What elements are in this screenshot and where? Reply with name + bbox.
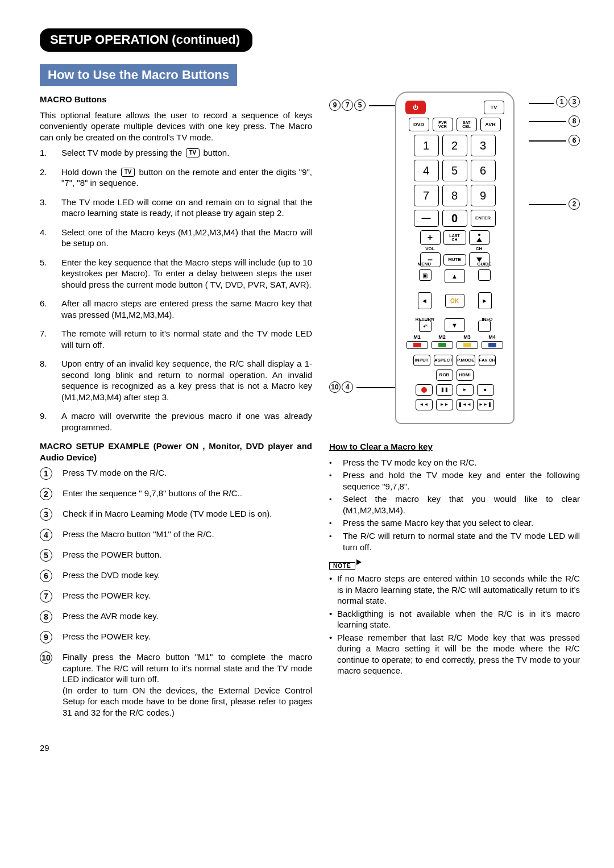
record-icon	[416, 384, 433, 396]
macro-step-2: Hold down the TV button on the remote an…	[61, 167, 312, 189]
play-icon: ►	[457, 384, 474, 396]
page-number: 29	[40, 743, 580, 753]
macro-step-3: The TV mode LED will come on and remain …	[61, 197, 312, 219]
macro-step-6: After all macro steps are entered press …	[61, 298, 312, 320]
macro-step-8: Upon entry of an invalid key sequence, t…	[61, 358, 312, 402]
m4-button: M4	[482, 341, 503, 349]
macro-step-4: Select one of the Macro keys (M1,M2,M3,M…	[61, 227, 312, 249]
remote-diagram: 9 7 5 1 3 8 6 2 10 4 ⏻	[329, 92, 580, 424]
m1-button: M1	[406, 341, 428, 349]
d-pad: MENU GUIDE RETURN INFO ▣ ↶ ▲ ▼ ◄ ► OK	[418, 269, 492, 332]
clear-heading: How to Clear a Macro key	[329, 441, 580, 452]
return-button: ↶	[419, 321, 432, 332]
info-button	[478, 321, 491, 332]
menu-button: ▣	[419, 269, 432, 281]
left-arrow-icon: ◄	[418, 292, 432, 309]
pvr-mode-button: PVR VCR	[433, 118, 453, 131]
section-title: SETUP OPERATION (continued)	[40, 28, 252, 52]
example-steps: 1Press TV mode on the R/C. 2Enter the se…	[40, 467, 312, 718]
stop-icon: ■	[477, 384, 494, 396]
m2-button: M2	[432, 341, 453, 349]
avr-mode-button: AVR	[480, 118, 501, 131]
note-label: NOTE	[329, 562, 355, 570]
ffwd-icon: ►►	[436, 399, 453, 410]
sub-section-title: How to Use the Macro Buttons	[40, 64, 237, 86]
example-heading: MACRO SETUP EXAMPLE (Power ON , Monitor,…	[40, 441, 312, 463]
tv-key-icon: TV	[121, 168, 135, 177]
m3-button: M3	[457, 341, 478, 349]
right-arrow-icon: ►	[478, 292, 492, 309]
rewind-icon: ◄◄	[416, 399, 433, 410]
tv-key-icon: TV	[186, 148, 200, 157]
macro-step-5: Enter the key sequence that the Macro st…	[61, 257, 312, 290]
tv-mode-button: TV	[484, 101, 504, 114]
clear-list: Press the TV mode key on the R/C. Press …	[329, 457, 580, 553]
guide-button	[478, 269, 491, 281]
prev-icon: ❚◄◄	[457, 399, 474, 410]
macro-step-9: A macro will overwrite the previous macr…	[61, 410, 312, 433]
pause-icon: ❚❚	[436, 384, 453, 396]
sat-mode-button: SAT CBL	[457, 118, 477, 131]
note-arrow-icon	[356, 559, 362, 565]
ok-button: OK	[445, 294, 464, 308]
macro-step-1: Select TV mode by pressing the TV button…	[61, 147, 312, 159]
dvd-mode-button: DVD	[409, 118, 429, 131]
macro-heading: MACRO Buttons	[40, 94, 312, 105]
macro-step-7: The remote will return to it's normal st…	[61, 328, 312, 350]
up-arrow-icon: ▲	[445, 269, 465, 283]
macro-intro: This optional feature allows the user to…	[40, 110, 312, 143]
down-arrow-icon: ▼	[445, 318, 465, 332]
power-button: ⏻	[405, 101, 426, 114]
note-list: If no Macro steps are entered within 10 …	[329, 573, 580, 676]
macro-steps: 1.Select TV mode by pressing the TV butt…	[40, 147, 312, 433]
next-icon: ►►❚	[477, 399, 494, 410]
